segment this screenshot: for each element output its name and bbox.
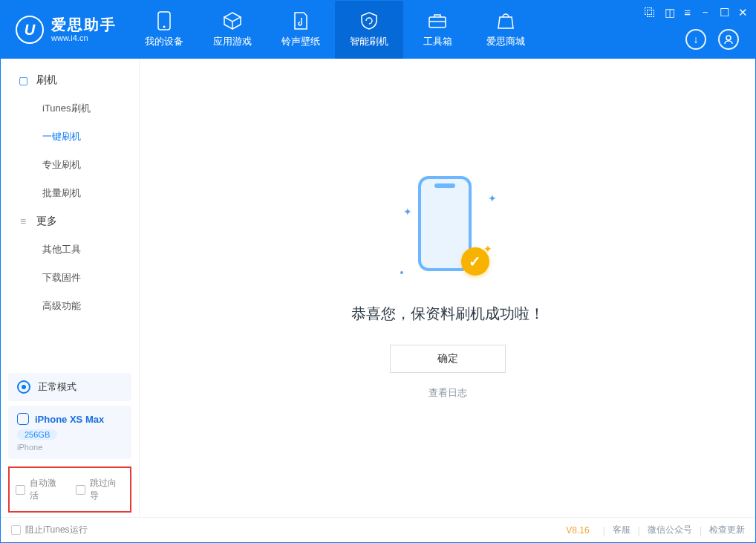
sidebar-cat-more: ≡更多: [1, 207, 139, 235]
logo-icon: U: [16, 16, 44, 44]
phone-small-icon: ▢: [17, 74, 29, 86]
footer-link-wechat[interactable]: 微信公众号: [648, 524, 692, 536]
logo: U 爱思助手 www.i4.cn: [1, 1, 130, 59]
tab-store[interactable]: 爱思商城: [472, 1, 540, 59]
shield-refresh-icon: [359, 11, 379, 30]
svg-point-4: [726, 36, 731, 40]
tab-smart-flash[interactable]: 智能刷机: [335, 1, 403, 59]
skip-guide-checkbox[interactable]: 跳过向导: [76, 477, 124, 502]
download-button[interactable]: ↓: [685, 29, 706, 50]
maximize-button[interactable]: ☐: [720, 6, 729, 19]
menu-icon[interactable]: ≡: [684, 6, 691, 19]
svg-point-1: [163, 26, 166, 28]
shirt-icon[interactable]: ⿻: [645, 6, 656, 19]
panel-icon[interactable]: ◫: [665, 6, 675, 19]
device-small-icon: [17, 413, 29, 425]
minimize-button[interactable]: －: [700, 5, 711, 19]
app-window: U 爱思助手 www.i4.cn 我的设备 应用游戏 铃声壁纸 智能刷机 工具箱…: [0, 0, 756, 543]
close-button[interactable]: ✕: [738, 6, 748, 19]
window-controls: ⿻ ◫ ≡ － ☐ ✕: [645, 5, 748, 19]
footer-link-update[interactable]: 检查更新: [709, 524, 745, 536]
mode-card[interactable]: 正常模式: [8, 373, 131, 401]
sparkle-icon: •: [400, 267, 404, 279]
sparkle-icon: ✦: [483, 243, 492, 255]
sidebar-item-batch-flash[interactable]: 批量刷机: [1, 179, 139, 207]
main-panel: ✓ ✦ ✦ • ✦ 恭喜您，保资料刷机成功啦！ 确定 查看日志: [140, 59, 755, 517]
bag-icon: [496, 11, 515, 30]
device-icon: [154, 11, 174, 30]
view-log-link[interactable]: 查看日志: [428, 386, 467, 400]
version-label: V8.16: [566, 525, 589, 536]
body: ▢刷机 iTunes刷机 一键刷机 专业刷机 批量刷机 ≡更多 其他工具 下载固…: [1, 59, 755, 517]
app-name: 爱思助手: [51, 16, 117, 33]
tab-my-device[interactable]: 我的设备: [130, 1, 198, 59]
auto-activate-checkbox[interactable]: 自动激活: [16, 477, 64, 502]
mode-label: 正常模式: [38, 380, 76, 394]
cube-icon: [223, 11, 242, 30]
sidebar-bottom: 正常模式 iPhone XS Max 256GB iPhone 自动激活 跳过向…: [1, 368, 139, 517]
sidebar-item-other-tools[interactable]: 其他工具: [1, 235, 139, 264]
music-file-icon: [291, 11, 310, 30]
mode-dot-icon: [17, 380, 30, 394]
sparkle-icon: ✦: [403, 206, 412, 218]
device-name: iPhone XS Max: [35, 414, 104, 425]
sidebar-item-pro-flash[interactable]: 专业刷机: [1, 151, 139, 179]
sidebar: ▢刷机 iTunes刷机 一键刷机 专业刷机 批量刷机 ≡更多 其他工具 下载固…: [1, 59, 140, 517]
app-domain: www.i4.cn: [51, 33, 117, 43]
toolbox-icon: [428, 11, 447, 30]
sidebar-item-itunes-flash[interactable]: iTunes刷机: [1, 94, 139, 123]
tab-toolbox[interactable]: 工具箱: [403, 1, 472, 59]
tab-apps-games[interactable]: 应用游戏: [198, 1, 267, 59]
user-button[interactable]: [718, 29, 739, 50]
sparkle-icon: ✦: [488, 192, 497, 204]
header-right-icons: ↓: [685, 29, 739, 50]
footer: 阻止iTunes运行 V8.16 | 客服 | 微信公众号 | 检查更新: [1, 517, 755, 542]
device-type: iPhone: [17, 443, 123, 452]
sidebar-item-advanced[interactable]: 高级功能: [1, 292, 139, 320]
svg-rect-2: [429, 17, 446, 27]
footer-link-support[interactable]: 客服: [613, 524, 630, 536]
header: U 爱思助手 www.i4.cn 我的设备 应用游戏 铃声壁纸 智能刷机 工具箱…: [1, 1, 755, 59]
ok-button[interactable]: 确定: [390, 345, 506, 373]
device-card[interactable]: iPhone XS Max 256GB iPhone: [8, 406, 131, 459]
tab-ringtones[interactable]: 铃声壁纸: [267, 1, 335, 59]
success-message: 恭喜您，保资料刷机成功啦！: [351, 304, 544, 324]
block-itunes-checkbox[interactable]: 阻止iTunes运行: [11, 524, 88, 536]
device-capacity: 256GB: [17, 429, 57, 440]
sidebar-item-oneclick-flash[interactable]: 一键刷机: [1, 123, 139, 151]
sidebar-item-download-firmware[interactable]: 下载固件: [1, 264, 139, 292]
options-row: 自动激活 跳过向导: [8, 466, 131, 513]
list-icon: ≡: [17, 215, 29, 227]
success-illustration: ✓ ✦ ✦ • ✦: [403, 176, 492, 287]
sidebar-cat-flash: ▢刷机: [1, 66, 139, 94]
